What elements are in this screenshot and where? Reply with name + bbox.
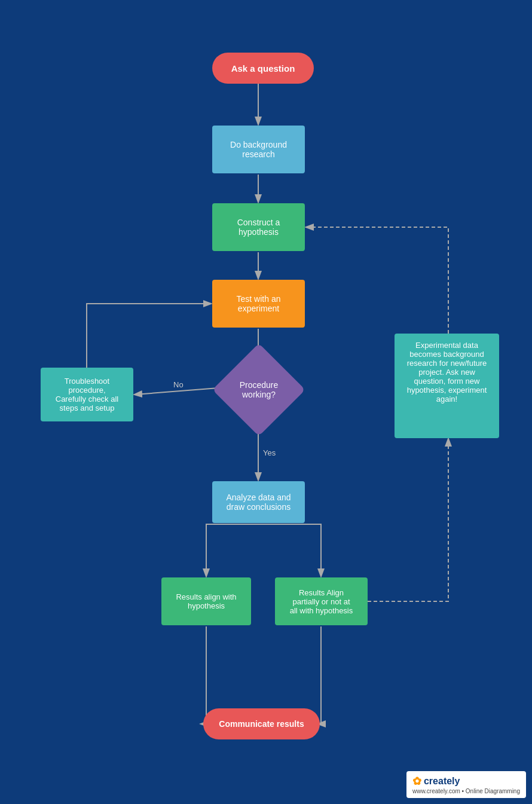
svg-text:Yes: Yes — [263, 448, 276, 457]
results-align-node: Results align with hypothesis — [161, 577, 251, 625]
logo-icon: ✿ — [412, 775, 421, 788]
logo-text: creately — [424, 776, 460, 787]
results-partial-node: Results Align partially or not at all wi… — [275, 577, 368, 625]
procedure-working-node: Procedureworking? — [224, 354, 294, 425]
experimental-data-node: Experimental data becomes background res… — [395, 334, 499, 438]
flowchart: Yes No Ask a question Do background rese… — [0, 0, 532, 804]
communicate-results-node: Communicate results — [203, 708, 320, 739]
watermark-url: www.creately.com • Online Diagramming — [412, 788, 520, 794]
test-experiment-node: Test with an experiment — [212, 280, 305, 328]
troubleshoot-node: Troubleshoot procedure, Carefully check … — [41, 368, 133, 421]
svg-line-6 — [135, 387, 226, 395]
svg-text:No: No — [173, 380, 184, 389]
background-research-node: Do background research — [212, 126, 305, 173]
watermark: ✿ creately www.creately.com • Online Dia… — [406, 771, 526, 798]
construct-hypothesis-node: Construct a hypothesis — [212, 203, 305, 251]
ask-question-node: Ask a question — [212, 53, 314, 84]
analyze-data-node: Analyze data and draw conclusions — [212, 481, 305, 523]
